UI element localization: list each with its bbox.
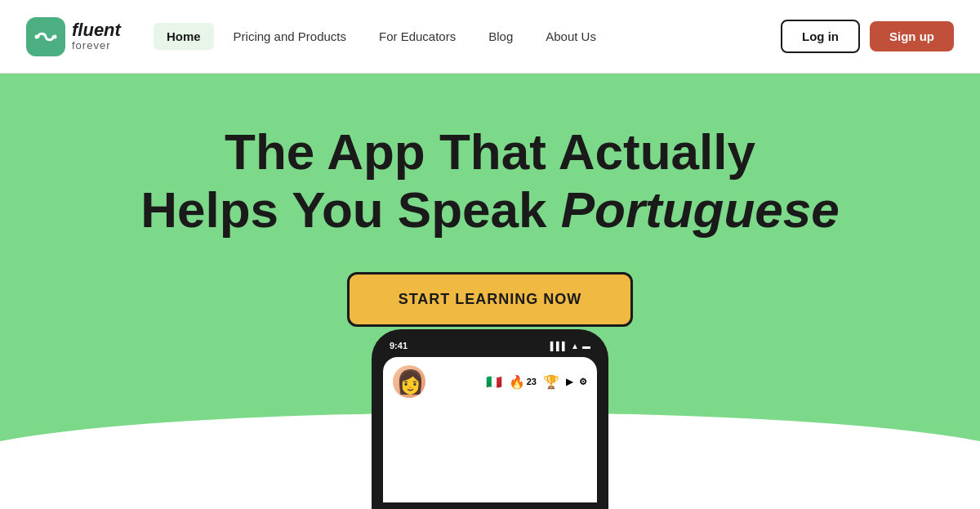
phone-trophy-emoji: 🏆 (543, 374, 559, 390)
nav-link-pricing[interactable]: Pricing and Products (220, 23, 359, 50)
phone-signal-icon: ▌▌▌ (550, 342, 568, 350)
phone-screen-content: 🇮🇹 🔥 23 🏆 ▶ (383, 357, 597, 406)
phone-notch: 9:41 ▌▌▌ ▲ ▬ (383, 341, 597, 350)
phone-battery-icon: ▬ (582, 342, 590, 350)
phone-status-icons: ▌▌▌ ▲ ▬ (550, 342, 590, 350)
phone-fire-item: 🔥 23 (509, 374, 537, 390)
logo-text: fluent forever (72, 20, 121, 51)
hero-language: Portuguese (561, 181, 840, 238)
phone-gear-icon: ⚙ (579, 377, 587, 387)
phone-flag-emoji: 🇮🇹 (486, 374, 502, 390)
navbar-left: fluent forever Home Pricing and Products… (26, 17, 609, 56)
phone-wifi-icon: ▲ (571, 342, 579, 350)
hero-section: The App That Actually Helps You Speak Po… (0, 74, 980, 509)
logo[interactable]: fluent forever (26, 17, 121, 56)
phone-time: 9:41 (390, 341, 408, 350)
nav-links: Home Pricing and Products For Educators … (154, 23, 609, 50)
logo-fluent-text: fluent (72, 20, 121, 40)
phone-fire-emoji: 🔥 (509, 374, 525, 390)
hero-title-line2-prefix: Helps You Speak (140, 181, 561, 238)
phone-play-icon: ▶ (566, 377, 572, 387)
nav-link-educators[interactable]: For Educators (366, 23, 469, 50)
logo-svg (33, 29, 58, 45)
phone-mockup-container: 9:41 ▌▌▌ ▲ ▬ 🇮🇹 (372, 329, 608, 509)
logo-icon (26, 17, 65, 56)
phone-score: 23 (527, 377, 537, 386)
svg-point-1 (53, 34, 57, 38)
navbar: fluent forever Home Pricing and Products… (0, 0, 980, 74)
phone-trophy-item: 🏆 (543, 374, 559, 390)
hero-title: The App That Actually Helps You Speak Po… (140, 123, 840, 239)
navbar-right: Log in Sign up (781, 20, 954, 53)
nav-link-blog[interactable]: Blog (475, 23, 526, 50)
nav-link-home[interactable]: Home (154, 23, 214, 50)
phone-avatar (393, 365, 425, 398)
phone-settings-item[interactable]: ⚙ (579, 377, 587, 387)
phone-mockup: 9:41 ▌▌▌ ▲ ▬ 🇮🇹 (372, 329, 608, 509)
hero-content: The App That Actually Helps You Speak Po… (140, 74, 840, 327)
login-button[interactable]: Log in (781, 20, 860, 53)
phone-flag-item: 🇮🇹 (486, 374, 502, 390)
phone-icons-row: 🇮🇹 🔥 23 🏆 ▶ (430, 374, 587, 390)
phone-screen: 🇮🇹 🔥 23 🏆 ▶ (383, 357, 597, 502)
hero-title-line1: The App That Actually (225, 123, 755, 180)
phone-avatar-row: 🇮🇹 🔥 23 🏆 ▶ (393, 365, 587, 398)
signup-button[interactable]: Sign up (870, 21, 954, 51)
logo-forever-text: forever (72, 40, 121, 51)
hero-cta-button[interactable]: START LEARNING NOW (347, 272, 634, 327)
phone-play-item[interactable]: ▶ (566, 377, 572, 387)
nav-link-about[interactable]: About Us (532, 23, 609, 50)
svg-point-0 (35, 34, 39, 38)
